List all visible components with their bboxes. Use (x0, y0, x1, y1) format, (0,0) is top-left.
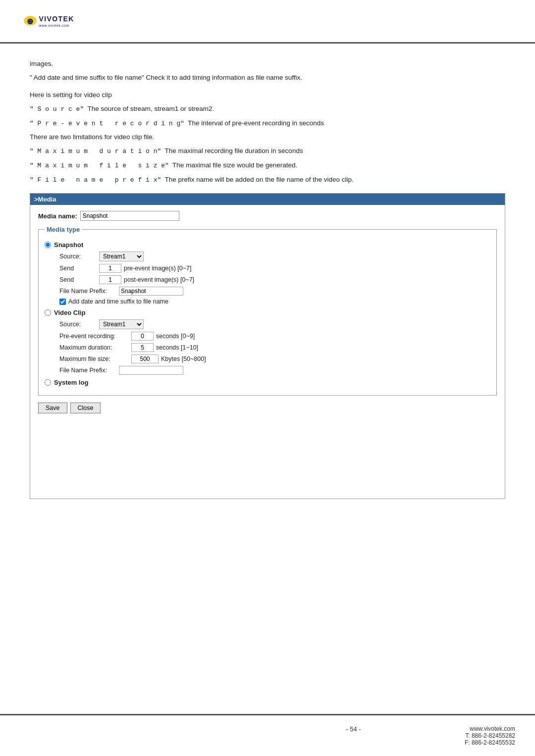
page-number: - 54 - (242, 725, 465, 733)
snapshot-prefix-input[interactable] (119, 287, 183, 296)
send-post-suffix: post-event image(s) [0~7] (124, 276, 194, 283)
intro-line-4: Here is setting for video clip (30, 90, 505, 101)
website: www.vivotek.com (465, 725, 515, 732)
max-file-size-row: Maximum file size: Kbytes [50~800] (59, 354, 490, 363)
page-footer: - 54 - www.vivotek.com T: 886-2-82455282… (0, 714, 535, 756)
max-duration-row: Maximum duration: seconds [1~10] (59, 343, 490, 352)
snapshot-radio-label[interactable]: Snapshot (45, 241, 490, 249)
video-clip-radio[interactable] (45, 309, 51, 316)
send-pre-row: Send pre-event image(s) [0~7] (59, 264, 490, 273)
media-name-label: Media name: (38, 212, 77, 220)
media-panel-title: >Media (34, 196, 56, 203)
max-file-size-suffix: Kbytes [50~800] (161, 355, 206, 362)
intro-line-6: " P r e - e v e n t r e c o r d i n g" T… (30, 118, 505, 129)
send-pre-input[interactable] (99, 264, 121, 273)
send-pre-label: Send (59, 265, 99, 272)
vc-prefix-row: File Name Prefix: (59, 366, 490, 375)
send-post-row: Send post-event image(s) [0~7] (59, 275, 490, 284)
vc-source-select[interactable]: Stream1 Stream2 (99, 319, 144, 329)
video-clip-section: Video Clip Source: Stream1 Stream2 (45, 309, 490, 375)
vc-prefix-label: File Name Prefix: (59, 367, 119, 374)
max-file-size-input[interactable] (131, 354, 159, 363)
svg-point-4 (31, 20, 31, 21)
vc-source-row: Source: Stream1 Stream2 (59, 319, 490, 329)
intro-line-5: " S o u r c e" The source of stream, str… (30, 103, 505, 115)
system-log-section: System log (45, 379, 490, 386)
media-type-legend: Media type (45, 226, 82, 233)
max-duration-mono: " M a x i m u m d u r a t i o n" (30, 148, 161, 155)
save-button[interactable]: Save (38, 403, 67, 413)
close-button[interactable]: Close (70, 403, 101, 413)
intro-line-9: " M a x i m u m f i l e s i z e" The max… (30, 160, 505, 171)
max-duration-suffix: seconds [1~10] (156, 344, 198, 351)
media-panel-body: Media name: Media type Snapshot Source: (30, 205, 505, 499)
media-type-fieldset: Media type Snapshot Source: Stream1 (38, 226, 497, 396)
snapshot-source-row: Source: Stream1 Stream2 (59, 252, 490, 261)
snapshot-radio[interactable] (45, 242, 51, 248)
intro-line-8: " M a x i m u m d u r a t i o n" The max… (30, 146, 505, 157)
svg-text:VIVOTEK: VIVOTEK (39, 15, 74, 23)
empty-space (38, 413, 497, 493)
max-file-size-mono: " M a x i m u m f i l e s i z e" (30, 162, 169, 169)
source-mono: " S o u r c e" (30, 105, 84, 113)
max-duration-label: Maximum duration: (59, 344, 131, 351)
video-clip-label: Video Clip (54, 309, 85, 316)
main-content: images. " Add date and time suffix to fi… (0, 44, 535, 519)
media-name-row: Media name: (38, 211, 497, 221)
send-post-input[interactable] (99, 275, 121, 284)
snapshot-source-label: Source: (59, 253, 99, 260)
snapshot-prefix-label: File Name Prefix: (59, 288, 119, 295)
pre-event-mono: " P r e - e v e n t r e c o r d i n g" (30, 120, 184, 127)
snapshot-label: Snapshot (54, 241, 83, 249)
file-name-prefix-mono: " F i l e n a m e p r e f i x" (30, 176, 161, 184)
video-clip-options: Source: Stream1 Stream2 Pre-event record… (59, 319, 490, 375)
pre-event-row: Pre-event recording: seconds [0~9] (59, 332, 490, 341)
add-datetime-label: Add date and time suffix to file name (68, 298, 168, 305)
system-log-radio[interactable] (45, 379, 51, 386)
button-row: Save Close (38, 403, 497, 413)
system-log-radio-label[interactable]: System log (45, 379, 490, 386)
system-log-label: System log (54, 379, 88, 386)
intro-line-10: " F i l e n a m e p r e f i x" The prefi… (30, 174, 505, 186)
pre-event-label: Pre-event recording: (59, 333, 131, 340)
pre-event-suffix: seconds [0~9] (156, 333, 195, 340)
snapshot-prefix-row: File Name Prefix: (59, 287, 490, 296)
media-panel: >Media Media name: Media type Snapshot (30, 193, 505, 499)
snapshot-options: Source: Stream1 Stream2 Send pre-event i… (59, 252, 490, 305)
page-header: VIVOTEK www.vivotek.com (0, 0, 535, 44)
max-duration-input[interactable] (131, 343, 154, 352)
vc-source-label: Source: (59, 321, 99, 328)
svg-text:www.vivotek.com: www.vivotek.com (39, 24, 69, 27)
snapshot-section: Snapshot Source: Stream1 Stream2 (45, 241, 490, 305)
media-name-input[interactable] (80, 211, 179, 221)
pre-event-input[interactable] (131, 332, 154, 341)
vivotek-logo: VIVOTEK www.vivotek.com (20, 10, 89, 37)
max-file-size-label: Maximum file size: (59, 355, 131, 362)
snapshot-source-select[interactable]: Stream1 Stream2 (99, 252, 144, 261)
intro-line-1: images. (30, 58, 505, 69)
contact-info: www.vivotek.com T: 886-2-82455282 F: 886… (465, 725, 515, 746)
phone: T: 886-2-82455282 (465, 732, 515, 739)
intro-line-7: There are two limitations for video clip… (30, 132, 505, 143)
intro-line-2: " Add date and time suffix to file name"… (30, 72, 505, 83)
add-datetime-row: Add date and time suffix to file name (59, 298, 490, 305)
add-datetime-checkbox[interactable] (59, 299, 66, 305)
send-pre-suffix: pre-event image(s) [0~7] (124, 265, 192, 272)
logo-container: VIVOTEK www.vivotek.com (20, 10, 515, 37)
video-clip-radio-label[interactable]: Video Clip (45, 309, 490, 316)
media-panel-header: >Media (30, 194, 505, 205)
vc-prefix-input[interactable] (119, 366, 183, 375)
send-post-label: Send (59, 276, 99, 283)
fax: F: 886-2-82455532 (465, 739, 515, 746)
